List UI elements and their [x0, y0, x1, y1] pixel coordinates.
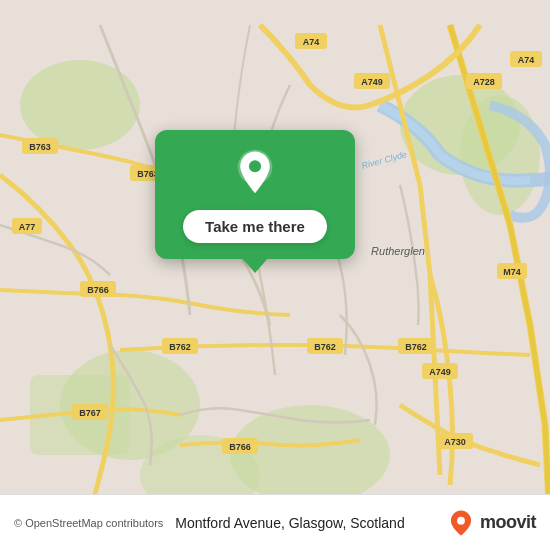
svg-text:A749: A749 [429, 367, 451, 377]
svg-point-3 [20, 60, 140, 150]
location-popup: Take me there [155, 130, 355, 259]
svg-text:B763: B763 [29, 142, 51, 152]
svg-point-43 [249, 160, 261, 172]
svg-text:A77: A77 [19, 222, 36, 232]
map-pin-icon [229, 148, 281, 200]
svg-text:A74: A74 [303, 37, 320, 47]
svg-text:B762: B762 [314, 342, 336, 352]
svg-text:B762: B762 [405, 342, 427, 352]
svg-text:A728: A728 [473, 77, 495, 87]
svg-text:M74: M74 [503, 267, 521, 277]
svg-text:A74: A74 [518, 55, 535, 65]
bottom-bar: © OpenStreetMap contributors Montford Av… [0, 494, 550, 550]
svg-text:Rutherglen: Rutherglen [371, 245, 425, 257]
svg-text:B767: B767 [79, 408, 101, 418]
location-text: Montford Avenue, Glasgow, Scotland [163, 515, 447, 531]
moovit-brand-name: moovit [480, 512, 536, 533]
svg-text:B762: B762 [169, 342, 191, 352]
moovit-logo: moovit [447, 509, 536, 537]
map-container: A74 A74 A749 A728 B763 B763 A77 B766 B76… [0, 0, 550, 550]
svg-text:B766: B766 [229, 442, 251, 452]
take-me-there-button[interactable]: Take me there [183, 210, 327, 243]
moovit-pin-icon [447, 509, 475, 537]
svg-text:A749: A749 [361, 77, 383, 87]
svg-point-44 [457, 516, 465, 524]
map-background: A74 A74 A749 A728 B763 B763 A77 B766 B76… [0, 0, 550, 550]
attribution-text: © OpenStreetMap contributors [14, 517, 163, 529]
svg-text:A730: A730 [444, 437, 466, 447]
svg-text:B766: B766 [87, 285, 109, 295]
